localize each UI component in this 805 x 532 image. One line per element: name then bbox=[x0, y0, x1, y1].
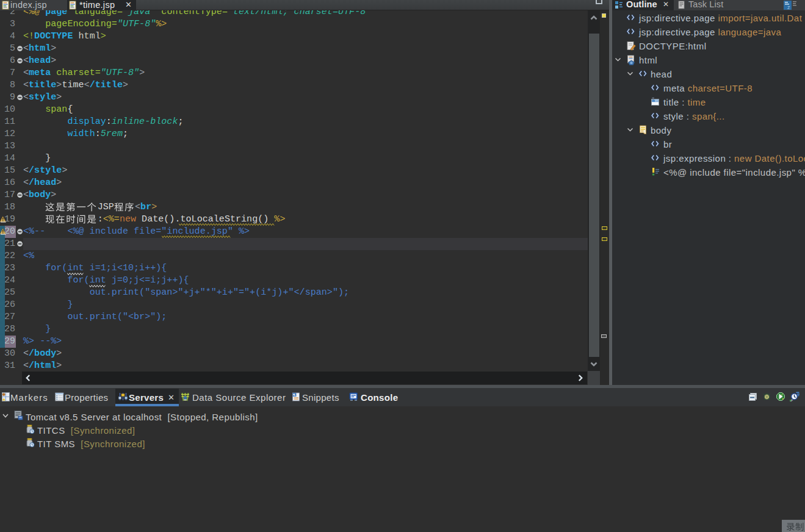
svg-text:z: z bbox=[787, 4, 790, 10]
